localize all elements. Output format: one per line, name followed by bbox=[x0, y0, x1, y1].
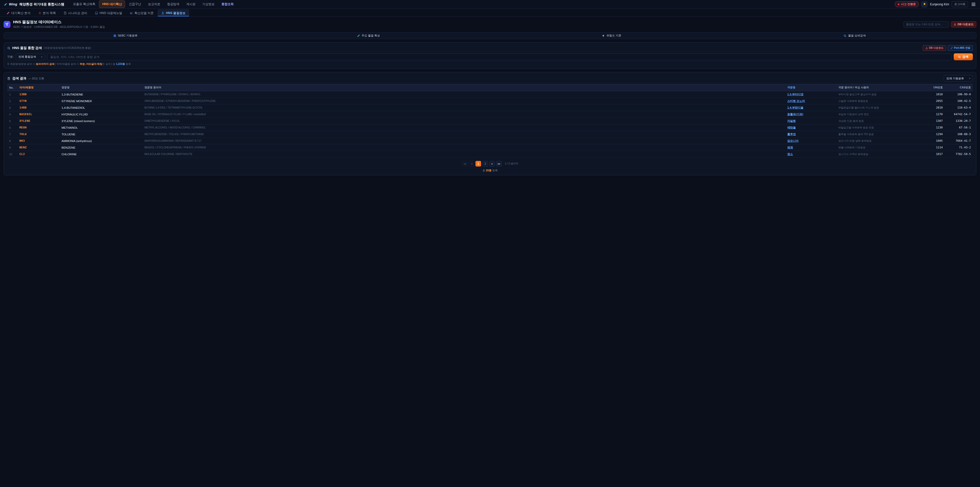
logout-button[interactable]: 로그아웃 bbox=[952, 1, 968, 7]
nav-item-integrated-lookup[interactable]: 통합조회 bbox=[218, 0, 237, 8]
korean-name-link[interactable]: 윤활유(기유) bbox=[788, 113, 803, 116]
cell-english-synonyms: BASE OIL / HYDRAULIC FLUID / Y LUBE / em… bbox=[142, 111, 785, 118]
feature-substance-detail-search[interactable]: 물질 상세검색 bbox=[733, 32, 977, 39]
total-text: 총 bbox=[482, 169, 486, 172]
korean-name-link[interactable]: 1,4-부탄디올 bbox=[788, 106, 803, 109]
table-row[interactable]: 6 MEOH METHANOL METHYL ALCOHOL / WOOD AL… bbox=[7, 125, 973, 131]
column-header-korean-name[interactable]: 국문명 bbox=[785, 84, 836, 91]
app-logo: Wing bbox=[3, 2, 18, 6]
table-header-row: No. 약자/제품명 영문명 영문명 동의어 국문명 국문 동의어 / 주요 사… bbox=[7, 84, 973, 91]
search-help-text: ※ 국문명/영문명 검색 시 동의어까지 검색 | 약자/제품명 검색 시 부분… bbox=[7, 62, 973, 66]
korean-name-link[interactable]: 자일렌 bbox=[788, 119, 796, 122]
cell-english-synonyms: BUTADIENE / PYRROLENE / DIVINYL / BIVINY… bbox=[142, 91, 785, 98]
column-header-un-number[interactable]: UN번호 bbox=[923, 84, 945, 91]
feature-risk-criteria[interactable]: 위험도 기준 bbox=[490, 32, 733, 39]
db-download-mini-button[interactable]: DB 다운로드 bbox=[923, 45, 946, 51]
results-count-note: — 20건 조회 bbox=[28, 77, 44, 80]
logo-text: Wing bbox=[9, 2, 18, 6]
table-row[interactable]: 7 TOLU TOLUENE METHYLBENZENE / TOLUOL / … bbox=[7, 131, 973, 138]
nav-item-reports[interactable]: 보고자료 bbox=[145, 0, 163, 8]
main-nav: 유출유 확산예측 HNS·대기확산 긴급구난 보고자료 항공탐색 게시판 기상정… bbox=[70, 0, 237, 8]
cell-english-name: CHLORINE bbox=[59, 151, 142, 158]
tab-label: 대기확산 분석 bbox=[11, 11, 30, 15]
cell-un-number: 1010 bbox=[923, 91, 945, 98]
column-header-no[interactable]: No. bbox=[7, 84, 18, 91]
previous-page-button[interactable]: ◀ bbox=[469, 161, 474, 166]
korean-name-link[interactable]: 스티렌 모노머 bbox=[788, 99, 805, 102]
user-name: Eunjeong Kim bbox=[930, 3, 949, 6]
cell-no: 1 bbox=[7, 91, 18, 98]
cell-no: 6 bbox=[7, 125, 18, 131]
nav-item-oil-spill-prediction[interactable]: 유출유 확산예측 bbox=[70, 0, 98, 8]
table-row[interactable]: 10 CL2 CHLORINE MOLECULAR CHLORINE / BER… bbox=[7, 151, 973, 158]
results-card: 검색 결과 — 20건 조회 전체 기동분류 ▾ No. 약자/제품명 영문명 … bbox=[3, 72, 977, 176]
bell-icon bbox=[923, 3, 926, 6]
korean-name-link[interactable]: 메탄올 bbox=[788, 126, 796, 129]
table-row[interactable]: 8 NH3 AMMONIA (anhydrous) ANHYDROUS AMMO… bbox=[7, 138, 973, 144]
korean-name-link[interactable]: 염소 bbox=[788, 152, 793, 155]
search-category-select[interactable]: 전체 통합검색 ▾ bbox=[16, 54, 45, 60]
incident-badge-label: 사고 진행중 bbox=[901, 2, 916, 6]
cell-korean-name: 염소 bbox=[785, 151, 836, 158]
nav-item-hns-air-diffusion[interactable]: HNS·대기확산 bbox=[99, 0, 125, 8]
last-page-button[interactable]: ▶▶ bbox=[496, 161, 502, 166]
next-page-button[interactable]: ▶ bbox=[489, 161, 495, 166]
feature-substance-properties[interactable]: 주요 물질 특성 bbox=[247, 32, 490, 39]
table-row[interactable]: 4 BASEOIL HYDRAULIC FLUID BASE OIL / HYD… bbox=[7, 111, 973, 118]
korean-name-link[interactable]: 톨루엔 bbox=[788, 133, 796, 136]
column-header-abbr[interactable]: 약자/제품명 bbox=[18, 84, 59, 91]
tab-scenario-management[interactable]: 시나리오 관리 bbox=[60, 10, 91, 16]
nav-item-aerial-search[interactable]: 항공탐색 bbox=[164, 0, 183, 8]
cell-un-number: 1017 bbox=[923, 151, 945, 158]
first-page-button[interactable]: ◀◀ bbox=[462, 161, 467, 166]
results-table-body: 1 13BD 1,3-BUTADIENE BUTADIENE / PYRROLE… bbox=[7, 91, 973, 158]
top-navbar: Wing 해양환경 위기대응 통합시스템 유출유 확산예측 HNS·대기확산 긴… bbox=[0, 0, 980, 9]
cell-un-number: 1114 bbox=[923, 144, 945, 151]
table-row[interactable]: 1 13BD 1,3-BUTADIENE BUTADIENE / PYRROLE… bbox=[7, 91, 973, 98]
feature-sebc-classification[interactable]: SEBC 기동분류 bbox=[4, 32, 247, 39]
cell-korean-synonyms: 스틸렌·석유화학 중합원료 bbox=[836, 98, 923, 104]
hamburger-menu-icon[interactable] bbox=[970, 2, 977, 7]
page-button-1[interactable]: 1 bbox=[476, 161, 481, 166]
cell-english-synonyms: BUTANE-1,4-DIOL / TETRAMETHYLENE GLYCOL bbox=[142, 104, 785, 111]
results-title: 검색 결과 bbox=[12, 76, 27, 81]
tab-hns-response-manual[interactable]: HNS 대응매뉴얼 bbox=[91, 10, 126, 16]
portmis-link-button[interactable]: Port-MIS 연동 bbox=[948, 45, 973, 51]
korean-name-link[interactable]: 벤젠 bbox=[788, 146, 793, 149]
table-row[interactable]: 3 14BD 1,4-BUTANEDIOL BUTANE-1,4-DIOL / … bbox=[7, 104, 973, 111]
cell-cas-number: 7782-50-5 bbox=[945, 151, 973, 158]
korean-name-link[interactable]: 암모니아 bbox=[788, 139, 799, 142]
korean-name-link[interactable]: 1,3-부타디엔 bbox=[788, 93, 803, 96]
portmis-link-label: Port-MIS 연동 bbox=[954, 46, 970, 50]
column-header-english-name[interactable]: 영문명 bbox=[59, 84, 142, 91]
notifications-button[interactable] bbox=[921, 1, 928, 7]
incident-in-progress-badge[interactable]: 사고 진행중 bbox=[895, 1, 919, 7]
results-table: No. 약자/제품명 영문명 영문명 동의어 국문명 국문 동의어 / 주요 사… bbox=[7, 84, 973, 158]
search-card-header: HNS 물질 통합 검색 (국문명/영문명/동의어/CAS/UN번호 통합) D… bbox=[7, 45, 973, 51]
nav-item-emergency-rescue[interactable]: 긴급구난 bbox=[126, 0, 144, 8]
classification-filter-select[interactable]: 전체 기동분류 ▾ bbox=[944, 75, 973, 82]
cell-english-synonyms: METHYL ALCOHOL / WOOD ALCOHOL / CARBINOL bbox=[142, 125, 785, 131]
table-row[interactable]: 5 XYLENE XYLENE (mixed isomers) DIMETHYL… bbox=[7, 118, 973, 125]
app-title: 해양환경 위기대응 통합시스템 bbox=[19, 2, 64, 6]
nav-item-weather-info[interactable]: 기상정보 bbox=[199, 0, 218, 8]
unified-search-input[interactable] bbox=[47, 54, 951, 60]
column-header-english-synonyms[interactable]: 영문명 동의어 bbox=[142, 84, 785, 91]
column-header-korean-synonyms[interactable]: 국문 동의어 / 주요 사용처 bbox=[836, 84, 923, 91]
tab-air-diffusion-analysis[interactable]: 대기확산 분석 bbox=[3, 10, 34, 16]
db-download-button[interactable]: DB 다운로드 bbox=[951, 21, 977, 27]
search-icon bbox=[843, 34, 846, 37]
nav-item-board[interactable]: 게시판 bbox=[183, 0, 199, 8]
search-submit-button[interactable]: 검색 bbox=[954, 53, 973, 60]
tab-analysis-list[interactable]: 분석 목록 bbox=[35, 10, 59, 16]
cell-korean-name: 메탄올 bbox=[785, 125, 836, 131]
column-header-cas-number[interactable]: CAS번호 bbox=[945, 84, 973, 91]
cell-no: 7 bbox=[7, 131, 18, 138]
cell-un-number: 1230 bbox=[923, 125, 945, 131]
table-row[interactable]: 9 BENZ BENZENE BENZOL / CYCLOHEXATRIENE … bbox=[7, 144, 973, 151]
tab-diffusion-model-theory[interactable]: 확산모델 이론 bbox=[126, 10, 157, 16]
tab-hns-substance-info[interactable]: HNS 물질정보 bbox=[158, 10, 189, 16]
table-row[interactable]: 2 STYN STYRENE MONOMER VINYLBENZENE / ET… bbox=[7, 98, 973, 104]
quick-search-input[interactable] bbox=[904, 21, 949, 27]
page-button-2[interactable]: 2 bbox=[482, 161, 488, 166]
